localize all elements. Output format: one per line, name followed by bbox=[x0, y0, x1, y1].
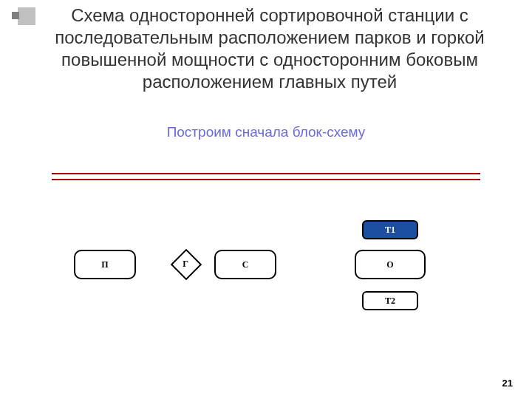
main-track-lines bbox=[52, 173, 480, 185]
block-t2-label: Т2 bbox=[385, 296, 395, 307]
block-diagram: П Г С Т1 О Т2 bbox=[52, 170, 480, 332]
block-p-label: П bbox=[101, 259, 108, 270]
block-g: Г bbox=[171, 250, 200, 278]
block-o: О bbox=[355, 250, 426, 279]
slide-subtitle: Построим сначала блок-схему bbox=[0, 124, 532, 140]
block-o-label: О bbox=[386, 259, 393, 270]
page-number: 21 bbox=[502, 378, 513, 389]
block-g-label: Г bbox=[171, 250, 200, 278]
block-c-label: С bbox=[242, 259, 249, 270]
block-c: С bbox=[214, 250, 276, 279]
block-p: П bbox=[74, 250, 136, 279]
block-t1: Т1 bbox=[362, 220, 418, 239]
slide: Схема односторонней сортировочной станци… bbox=[0, 0, 532, 399]
slide-title: Схема односторонней сортировочной станци… bbox=[30, 4, 510, 93]
block-t1-label: Т1 bbox=[385, 225, 395, 236]
block-t2: Т2 bbox=[362, 291, 418, 310]
